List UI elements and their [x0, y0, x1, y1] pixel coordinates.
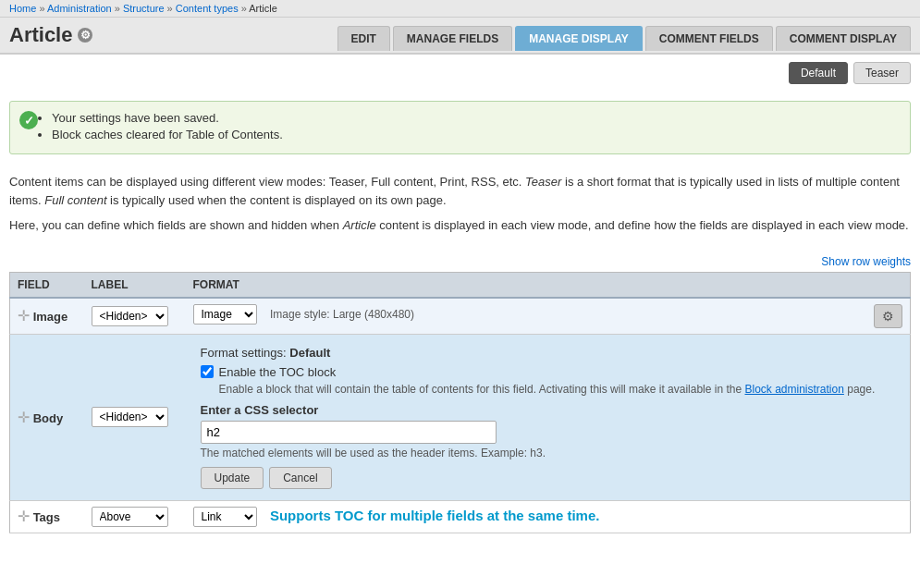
description-area: Content items can be displayed using dif…: [0, 164, 920, 251]
tags-label-select[interactable]: Above <Hidden> Inline: [92, 507, 168, 527]
image-label-cell: <Hidden> Above Inline Hidden: [84, 298, 186, 335]
drag-handle-icon[interactable]: ✛: [18, 308, 30, 324]
row-weights-bar: Show row weights: [0, 251, 920, 272]
main-tabs: EDIT MANAGE FIELDS MANAGE DISPLAY COMMEN…: [337, 26, 912, 51]
toc-description: Enable a block that will contain the tab…: [219, 383, 896, 396]
sub-tab-teaser[interactable]: Teaser: [853, 62, 911, 84]
body-format-settings-cell: Format settings: Default Enable the TOC …: [186, 334, 911, 500]
table-header: FIELD LABEL FORMAT: [10, 272, 911, 298]
image-format-cell: Image Default Image style: Large (480x48…: [186, 298, 911, 335]
breadcrumb-current: Article: [249, 3, 277, 14]
breadcrumb: Home » Administration » Structure » Cont…: [0, 0, 920, 18]
breadcrumb-admin[interactable]: Administration: [47, 3, 112, 14]
table-row: ✛ Tags Above <Hidden> Inline Link Defaul…: [10, 500, 911, 533]
description-para2: Here, you can define which fields are sh…: [9, 216, 911, 235]
image-style-info: Image style: Large (480x480): [270, 308, 414, 321]
breadcrumb-content-types[interactable]: Content types: [176, 3, 239, 14]
format-settings-value: Default: [289, 346, 330, 360]
drag-handle-icon[interactable]: ✛: [18, 410, 30, 425]
body-label-select[interactable]: <Hidden> Above Inline: [92, 407, 168, 427]
tags-toc-note: Supports TOC for multiple fields at the …: [270, 508, 599, 523]
body-field-cell: ✛ Body: [10, 334, 84, 500]
tags-format-select[interactable]: Link Default: [193, 507, 257, 527]
col-header-label: LABEL: [84, 272, 186, 298]
tags-format-cell: Link Default Supports TOC for multiple f…: [186, 500, 911, 533]
breadcrumb-home[interactable]: Home: [9, 3, 36, 14]
image-gear-button[interactable]: ⚙: [874, 304, 902, 328]
format-settings-title: Format settings: Default: [201, 346, 896, 360]
image-format-select[interactable]: Image Default: [193, 304, 257, 325]
col-header-field: FIELD: [10, 272, 84, 298]
table-row: ✛ Image <Hidden> Above Inline Hidden Ima…: [10, 298, 911, 335]
toc-checkbox-row: Enable the TOC block: [201, 365, 896, 379]
format-settings-area: Format settings: Default Enable the TOC …: [193, 340, 903, 495]
format-action-buttons: Update Cancel: [201, 467, 896, 489]
css-selector-label: Enter a CSS selector: [201, 403, 896, 417]
tab-manage-display[interactable]: MANAGE DISPLAY: [515, 26, 643, 51]
tags-label-cell: Above <Hidden> Inline: [84, 500, 186, 533]
tags-field-name: Tags: [33, 510, 60, 524]
tab-comment-display[interactable]: COMMENT DISPLAY: [776, 26, 911, 51]
image-field-cell: ✛ Image: [10, 298, 84, 335]
tab-comment-fields[interactable]: COMMENT FIELDS: [645, 26, 773, 51]
sub-tab-default[interactable]: Default: [789, 62, 848, 84]
toc-checkbox-label: Enable the TOC block: [219, 365, 337, 379]
page-title: Article: [9, 23, 72, 47]
body-label-cell: <Hidden> Above Inline: [84, 334, 186, 500]
page-gear-icon[interactable]: [78, 28, 92, 43]
status-messages: ✓ Your settings have been saved. Block c…: [9, 101, 911, 154]
breadcrumb-structure[interactable]: Structure: [123, 3, 165, 14]
body-field-name: Body: [33, 411, 64, 425]
tab-manage-fields[interactable]: MANAGE FIELDS: [393, 26, 512, 51]
toc-enable-checkbox[interactable]: [201, 365, 214, 378]
image-label-select[interactable]: <Hidden> Above Inline Hidden: [92, 306, 168, 326]
css-selector-hint: The matched elements will be used as the…: [201, 447, 896, 459]
message-item: Block caches cleared for Table of Conten…: [52, 128, 901, 141]
fields-table: FIELD LABEL FORMAT ✛ Image <Hidden> Abov…: [9, 272, 911, 533]
show-row-weights-link[interactable]: Show row weights: [821, 255, 911, 268]
update-button[interactable]: Update: [201, 467, 264, 489]
description-para1: Content items can be displayed using dif…: [9, 173, 911, 209]
css-selector-input[interactable]: [201, 421, 497, 444]
success-icon: ✓: [19, 111, 38, 129]
tags-field-cell: ✛ Tags: [10, 500, 84, 533]
page-header: Article EDIT MANAGE FIELDS MANAGE DISPLA…: [0, 18, 920, 55]
image-field-name: Image: [33, 310, 68, 324]
messages-list: Your settings have been saved. Block cac…: [47, 111, 901, 141]
message-item: Your settings have been saved.: [52, 111, 901, 125]
tab-edit[interactable]: EDIT: [337, 26, 390, 51]
cancel-button[interactable]: Cancel: [269, 467, 331, 489]
col-header-format: FORMAT: [186, 272, 911, 298]
block-admin-link[interactable]: Block administration: [744, 383, 843, 396]
sub-tabs: Default Teaser: [0, 55, 920, 92]
table-row: ✛ Body <Hidden> Above Inline Format sett…: [10, 334, 911, 500]
page-title-area: Article: [9, 23, 92, 53]
drag-handle-icon[interactable]: ✛: [18, 508, 30, 524]
